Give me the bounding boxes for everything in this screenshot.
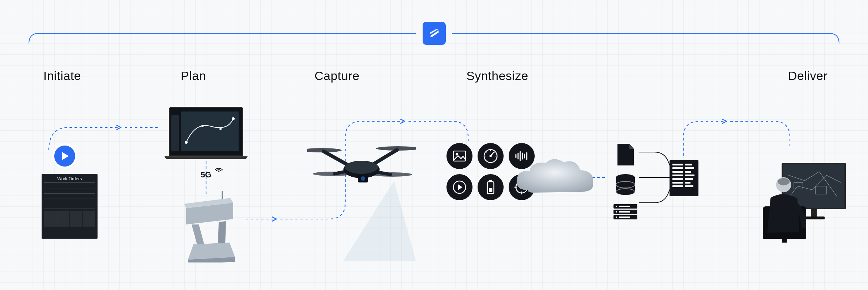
work-orders-document: Work Orders: [42, 174, 98, 239]
stage-label-initiate: Initiate: [43, 69, 81, 83]
operator-person: [756, 174, 806, 239]
svg-point-47: [616, 206, 617, 207]
stage-label-plan: Plan: [181, 69, 206, 83]
svg-rect-50: [619, 211, 630, 213]
svg-point-5: [218, 171, 219, 172]
svg-point-14: [361, 176, 365, 181]
svg-point-16: [456, 153, 458, 156]
svg-rect-34: [489, 188, 492, 192]
flight-route-map: [181, 112, 239, 151]
brand-logo-icon: [428, 27, 441, 40]
network-label: 5G: [201, 170, 211, 180]
svg-point-1: [185, 141, 188, 144]
svg-point-3: [219, 128, 222, 130]
svg-point-12: [345, 161, 378, 174]
svg-rect-6: [222, 191, 223, 200]
svg-point-51: [616, 217, 617, 218]
play-icon: [446, 174, 473, 200]
svg-rect-15: [453, 151, 466, 161]
storage-stack: [613, 143, 638, 220]
gauge-icon: [478, 143, 504, 169]
database-icon: [614, 174, 637, 196]
stage-label-deliver: Deliver: [788, 69, 828, 83]
svg-point-2: [201, 125, 204, 127]
initiate-play-button[interactable]: [54, 146, 75, 167]
laptop-screen: [169, 107, 243, 156]
stage-label-capture: Capture: [315, 69, 359, 83]
cloud-compute: [513, 156, 597, 199]
sensor-beam: [343, 181, 416, 261]
image-icon: [446, 143, 473, 169]
svg-rect-48: [619, 206, 630, 207]
svg-point-24: [489, 155, 492, 157]
svg-line-19: [494, 151, 495, 152]
brand-logo-badge: [423, 22, 446, 45]
work-orders-title: Work Orders: [44, 176, 95, 183]
svg-point-49: [616, 211, 617, 213]
server-icon: [613, 203, 638, 220]
document-icon: [616, 143, 636, 167]
svg-rect-52: [619, 217, 630, 218]
operator-workstation: [752, 156, 846, 239]
svg-rect-0: [181, 112, 239, 151]
wireless-signal-icon: [213, 164, 224, 172]
docking-station: [179, 190, 240, 262]
generated-report: [670, 160, 698, 196]
stage-label-synthesize: Synthesize: [466, 69, 528, 83]
svg-point-4: [232, 117, 235, 120]
svg-line-21: [486, 151, 487, 152]
battery-icon: [478, 174, 504, 200]
planning-laptop: [164, 107, 248, 159]
